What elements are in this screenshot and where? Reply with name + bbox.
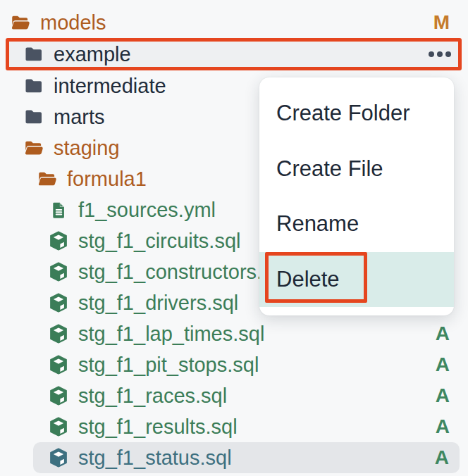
menu-item-create-folder[interactable]: Create Folder (259, 86, 454, 142)
model-cube-icon (48, 261, 69, 282)
file-name: stg_f1_drivers.sql (78, 293, 238, 313)
folder-open-icon (23, 137, 44, 158)
model-cube-icon (48, 416, 69, 437)
file-doc-icon (48, 199, 69, 220)
model-cube-icon (48, 292, 69, 313)
tree-row-stg-f1-results[interactable]: stg_f1_results.sql A (0, 411, 468, 442)
folder-open-icon (10, 12, 31, 33)
folder-icon (23, 44, 44, 65)
model-cube-icon (48, 385, 69, 406)
git-status-badge: A (436, 322, 450, 345)
folder-name: models (40, 13, 106, 33)
tree-row-stg-f1-lap-times[interactable]: stg_f1_lap_times.sql A (0, 318, 468, 349)
model-cube-icon (48, 447, 69, 468)
menu-item-rename[interactable]: Rename (259, 196, 454, 252)
tree-row-example[interactable]: example (6, 38, 462, 70)
model-cube-icon (48, 354, 69, 375)
model-cube-icon (48, 230, 69, 251)
folder-name: intermediate (54, 76, 166, 96)
tree-row-stg-f1-races[interactable]: stg_f1_races.sql A (0, 380, 468, 411)
folder-icon (23, 106, 44, 127)
folder-name: formula1 (67, 169, 147, 189)
file-name: stg_f1_lap_times.sql (78, 324, 264, 344)
git-status-badge: A (436, 384, 450, 407)
menu-item-create-file[interactable]: Create File (259, 142, 454, 197)
git-status-badge: A (436, 353, 450, 376)
folder-name: marts (54, 107, 105, 127)
tree-row-stg-f1-status[interactable]: stg_f1_status.sql A (33, 442, 460, 473)
tree-row-stg-f1-pit-stops[interactable]: stg_f1_pit_stops.sql A (0, 349, 468, 380)
tree-row-models[interactable]: models M (0, 7, 468, 38)
git-status-badge: A (436, 415, 450, 438)
git-status-badge: M (433, 11, 450, 34)
file-name: stg_f1_results.sql (78, 417, 238, 437)
git-status-badge: A (435, 446, 449, 469)
file-name: stg_f1_pit_stops.sql (78, 355, 259, 375)
context-menu: Create Folder Create File Rename Delete (259, 77, 454, 315)
model-cube-icon (48, 323, 69, 344)
folder-open-icon (37, 168, 58, 189)
file-name: stg_f1_circuits.sql (78, 231, 241, 251)
folder-name: example (54, 44, 131, 65)
file-name: stg_f1_constructors.sql (78, 262, 288, 282)
folder-name: staging (54, 138, 120, 158)
ellipsis-menu-icon[interactable] (426, 51, 451, 57)
file-name: stg_f1_status.sql (78, 448, 232, 468)
file-name: f1_sources.yml (78, 200, 216, 220)
folder-icon (23, 75, 44, 96)
file-name: stg_f1_races.sql (78, 386, 227, 406)
menu-item-delete[interactable]: Delete (259, 252, 454, 308)
